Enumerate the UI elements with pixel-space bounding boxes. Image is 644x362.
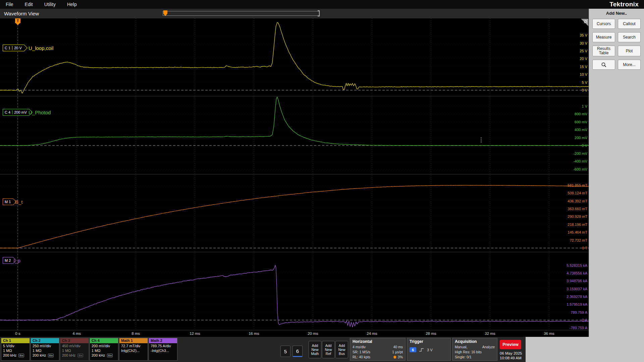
menu-item-utility[interactable]: Utility [39, 0, 61, 9]
scale-label: 3.948796 kA [567, 279, 587, 283]
add-new-bus-button[interactable]: Add New Bus [335, 341, 348, 358]
magnifier-icon [601, 62, 607, 68]
sidebar-title: Add New.. [589, 9, 644, 19]
x-axis-label: 4 ms [72, 331, 81, 336]
results-table-button[interactable]: Results Table [592, 46, 615, 56]
trace-b-t [0, 185, 589, 248]
expansion-point-marker[interactable] [163, 10, 167, 16]
scale-label: 4.738556 kA [567, 271, 587, 275]
record-length: RL: 40 kpts [353, 355, 370, 359]
acquisition-panel[interactable]: Acquisition Manual,Analyze High Res: 16 … [452, 338, 497, 361]
x-axis-label: 20 ms [308, 331, 318, 336]
measure-button[interactable]: Measure [592, 32, 615, 42]
trigger-source-badge[interactable]: 6 [410, 347, 416, 352]
scale-label: 30 V [580, 41, 587, 45]
ch4-badge[interactable]: Ch 4200 mV/div1 MΩ200 kHzBw [90, 338, 118, 361]
menu-bar: FileEditUtilityHelp Tektronix [0, 0, 644, 9]
c-1-badge[interactable]: C 120 V [3, 45, 26, 51]
c-4-badge[interactable]: C 4200 mV [3, 109, 32, 116]
math2-badge[interactable]: Math 2789.75 A/div-Intg(Ch3... [149, 338, 177, 361]
sample-rate: SR: 1 MS/s [353, 350, 370, 354]
scale-label: -400 mV [573, 159, 587, 163]
x-axis-label: 8 ms [131, 331, 140, 336]
callout-button[interactable]: Callout [618, 19, 641, 29]
m-1-badge[interactable]: M 1 [3, 198, 15, 205]
add-new-math-button[interactable]: Add New Math [309, 341, 321, 358]
bandwidth-icon: Bw [77, 354, 83, 357]
scale-label: 0 T [582, 246, 587, 250]
scale-label: 3.159037 kA [567, 287, 587, 291]
scale-label: 509.124 mT [568, 191, 587, 195]
drag-handle[interactable] [481, 137, 482, 143]
sidebar-button-grid: CursorsCalloutMeasureSearchResults Table… [589, 19, 644, 70]
u-loop-coil-wave-label: U_loop,coil [29, 45, 53, 51]
sample-interval: 1 µs/pt [392, 350, 403, 354]
acquisition-resolution: High Res: 16 bits [455, 350, 482, 354]
trace-u-loop-coil [0, 22, 589, 93]
zoom-button[interactable] [592, 60, 615, 70]
scale-label: 10 V [580, 72, 587, 76]
trigger-panel[interactable]: Trigger 6 3 V [407, 338, 451, 361]
more-button[interactable]: More... [618, 60, 641, 70]
scale-label: -789.759 A [570, 326, 588, 330]
rising-edge-icon [419, 348, 424, 352]
acquisition-single: Single: 0/1 [455, 355, 472, 359]
scale-label: 2.369278 kA [567, 295, 587, 299]
channel-5-button[interactable]: 5 [280, 346, 290, 357]
ch2-badge[interactable]: Ch 2250 mV/div1 MΩ200 kHzBw [31, 338, 59, 361]
scale-label: 363.660 mT [568, 207, 587, 211]
menu-item-help[interactable]: Help [61, 0, 83, 9]
menu-item-edit[interactable]: Edit [19, 0, 39, 9]
scale-label: 0 V [582, 143, 587, 147]
x-axis-label: 0 s [15, 331, 20, 336]
scale-labels: 0 s4 ms8 ms12 ms16 ms20 ms24 ms28 ms32 m… [15, 33, 588, 336]
ch3-badge[interactable]: Ch 3450 mV/div1 MΩ200 kHzBw [60, 338, 89, 361]
plot-button[interactable]: Plot [618, 46, 641, 56]
scale-label: -600 mV [573, 167, 587, 171]
horizontal-position-icon [393, 356, 396, 359]
scale-label: 15 V [580, 65, 587, 69]
x-axis-label: 36 ms [544, 331, 554, 336]
acquisition-analyze: Analyze [482, 345, 495, 349]
scale-label: 1.579519 kA [567, 302, 587, 306]
trigger-title: Trigger [410, 339, 448, 344]
horizontal-position: 3% [398, 355, 403, 359]
scale-label: 5.528315 kA [567, 263, 587, 267]
scale-label: 218.196 mT [568, 223, 587, 227]
ch1-badge[interactable]: Ch 15 V/div1 MΩ200 kHzBw [1, 338, 30, 361]
horizontal-window: 40 ms [393, 345, 403, 349]
scale-label: 72.732 mT [570, 238, 587, 242]
graticule-grid [0, 18, 589, 330]
scale-label: 35 V [580, 33, 587, 37]
horizontal-pan-bar[interactable] [163, 11, 320, 16]
trigger-flag[interactable]: T [15, 18, 20, 23]
datetime: 06 May 2025 10:08:49 AM [500, 351, 522, 360]
bottom-right-chrome [526, 337, 644, 362]
x-axis-label: 12 ms [190, 331, 200, 336]
tektronix-logo: Tektronix [609, 0, 639, 9]
horizontal-panel[interactable]: Horizontal 4 ms/div40 ms SR: 1 MS/s1 µs/… [350, 338, 406, 361]
x-axis-label: 16 ms [249, 331, 259, 336]
scale-label: 25 V [580, 49, 587, 53]
scale-label: 145.464 mT [568, 230, 587, 234]
scale-label: 436.392 mT [568, 199, 587, 203]
zoom-corner-button[interactable] [581, 19, 588, 27]
scale-label: 800 mV [575, 112, 588, 116]
add-new-ref-button[interactable]: Add New Ref [322, 341, 335, 358]
trigger-flag-label: T [17, 19, 19, 23]
i-p-wave-label: I_p [13, 258, 20, 263]
time-label: 10:08:49 AM [500, 356, 522, 360]
cursors-button[interactable]: Cursors [592, 19, 615, 29]
waveform-display[interactable]: 0 s4 ms8 ms12 ms16 ms20 ms24 ms28 ms32 m… [0, 18, 589, 337]
math1-badge[interactable]: Math 172.7 mT/divIntg(Ch2)... [119, 338, 148, 361]
menu-items: FileEditUtilityHelp [0, 0, 83, 9]
preview-button[interactable]: Preview [500, 340, 521, 349]
u-photod-wave-label: U_Photod [29, 110, 51, 115]
search-button[interactable]: Search [618, 32, 641, 42]
bandwidth-icon: Bw [18, 354, 24, 357]
scale-label: 20 V [580, 57, 587, 61]
scale-label: 290.928 mT [568, 215, 587, 219]
channel-6-button[interactable]: 6 [292, 346, 303, 357]
menu-item-file[interactable]: File [0, 0, 19, 9]
waveform-traces [0, 22, 589, 327]
